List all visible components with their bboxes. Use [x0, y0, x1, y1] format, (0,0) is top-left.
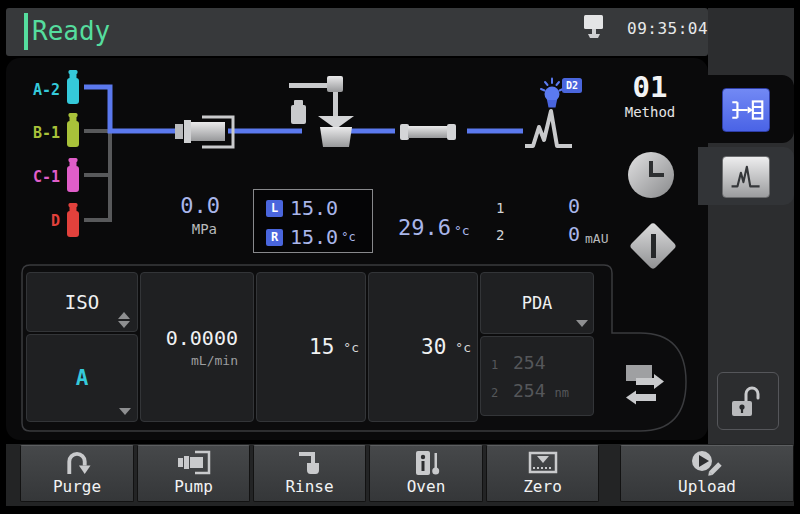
oven-temp-unit: °c	[454, 223, 470, 238]
oven-temp-field[interactable]: 30 °c	[368, 272, 478, 422]
flow-diagram-tab-icon[interactable]	[722, 88, 770, 132]
oven-button[interactable]: Oven	[369, 445, 483, 502]
wavelength-row-2: 2 254 nm	[491, 380, 593, 401]
pump-pressure-unit: MPa	[155, 221, 217, 237]
wavelength-ch2: 2	[491, 386, 505, 400]
flow-rate-unit: mL/min	[191, 353, 238, 368]
instrument-screen: Ready 09:35:04	[0, 0, 800, 514]
wavelength-unit-2: nm	[555, 386, 569, 400]
right-temp-unit: °c	[341, 230, 355, 244]
pump-mode-value: ISO	[65, 291, 99, 313]
right-temp-value: 15.0	[290, 225, 338, 249]
oven-temp-value: 29.6	[398, 215, 451, 240]
detector-dropdown-icon[interactable]	[576, 320, 588, 327]
rinse-icon	[296, 450, 324, 476]
oven-temp-setpoint: 30	[421, 335, 446, 359]
detector-ch2-label: 2	[496, 227, 504, 243]
oven-temp-setpoint-unit: °c	[455, 340, 471, 355]
zero-icon	[527, 450, 559, 476]
open-padlock-icon	[731, 384, 765, 418]
upload-button[interactable]: Upload	[620, 445, 794, 502]
bottle-icon-b	[64, 113, 82, 147]
wavelength-field[interactable]: 1 254 2 254 nm	[480, 336, 594, 416]
detector-ch2-value: 0	[545, 222, 580, 246]
d2-lamp-badge: D2	[562, 78, 582, 93]
wavelength-row-1: 1 254	[491, 352, 593, 373]
detector-type: PDA	[522, 293, 553, 313]
bottle-label-d: D	[16, 212, 60, 230]
mode-spinner-down-icon[interactable]	[118, 321, 130, 328]
sampler-temp-field[interactable]: 15 °c	[256, 272, 366, 422]
wavelength-ch1: 1	[491, 358, 505, 372]
swap-screen-button[interactable]	[620, 358, 670, 408]
pump-button-icon	[177, 450, 211, 475]
bottle-label-a: A-2	[16, 81, 60, 99]
chromatogram-tab-icon[interactable]	[722, 156, 770, 198]
sampler-temp-setpoint: 15	[309, 335, 334, 359]
bottle-label-c: C-1	[16, 168, 60, 186]
detector-unit: mAU	[585, 231, 608, 246]
mode-spinner-up-icon[interactable]	[118, 312, 130, 319]
left-chip: L	[266, 200, 283, 217]
bottle-label-b: B-1	[16, 124, 60, 142]
swap-arrows-icon	[626, 365, 664, 405]
status-cursor	[24, 13, 28, 50]
rinse-button[interactable]: Rinse	[253, 445, 366, 502]
sampler-temp-setpoint-unit: °c	[343, 340, 359, 355]
sampler-temp-row-left: L 15.0	[266, 196, 341, 220]
bottle-icon-a	[64, 70, 82, 104]
upload-icon	[689, 450, 725, 477]
clock-time: 09:35:04	[627, 19, 708, 38]
purge-icon	[61, 450, 93, 477]
status-text: Ready	[32, 16, 110, 46]
oven-icon	[411, 450, 441, 476]
zero-button[interactable]: Zero	[486, 445, 599, 502]
remote-monitor-icon	[583, 14, 605, 40]
unlock-button[interactable]	[717, 372, 779, 430]
method-number: 01	[622, 70, 678, 104]
flow-rate-value: 0.0000	[166, 326, 238, 350]
valve-button[interactable]	[629, 222, 677, 270]
flow-rate-field[interactable]: 0.0000 mL/min	[140, 272, 254, 422]
left-temp-value: 15.0	[290, 196, 338, 220]
right-chip: R	[266, 229, 283, 246]
detector-ch1-label: 1	[496, 200, 504, 216]
wavelength-value-1: 254	[513, 352, 546, 373]
method-label: Method	[616, 104, 684, 120]
bottle-icon-c	[64, 158, 82, 192]
purge-button[interactable]: Purge	[20, 445, 134, 502]
bottle-icon-d	[64, 203, 82, 237]
solvent-value: A	[76, 366, 89, 390]
sampler-temp-row-right: R 15.0 °c	[266, 225, 356, 249]
solvent-dropdown-icon[interactable]	[119, 408, 131, 415]
oven-temp-reading: 29.6°c	[398, 215, 470, 240]
sampler-temp-box: L 15.0 R 15.0 °c	[253, 189, 373, 253]
wavelength-value-2: 254	[513, 380, 546, 401]
pump-pressure-value: 0.0	[155, 193, 220, 218]
pump-button[interactable]: Pump	[137, 445, 250, 502]
detector-ch1-value: 0	[545, 194, 580, 218]
time-program-button[interactable]	[628, 152, 674, 198]
